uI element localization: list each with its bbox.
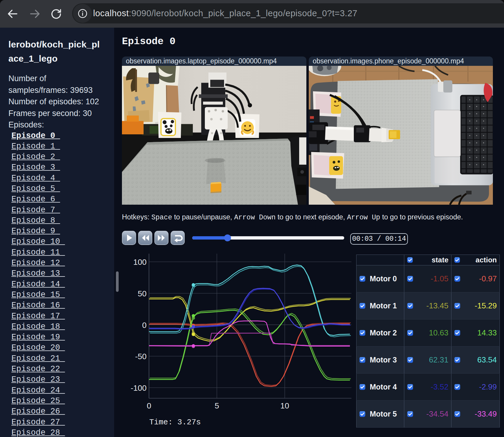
svg-text:100: 100 (133, 258, 147, 267)
svg-text:0: 0 (147, 401, 151, 410)
svg-text:-100: -100 (131, 384, 147, 393)
svg-text:-50: -50 (135, 352, 147, 361)
svg-text:50: 50 (138, 289, 147, 298)
svg-text:10: 10 (280, 401, 289, 410)
svg-text:0: 0 (142, 321, 147, 330)
svg-text:5: 5 (215, 401, 219, 410)
